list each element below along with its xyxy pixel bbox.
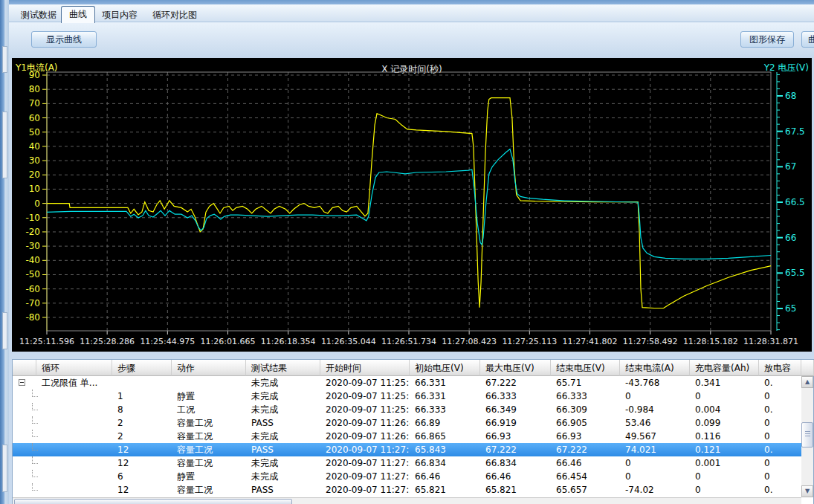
tab-cycle-compare[interactable]: 循环对比图	[145, 7, 204, 22]
table-row[interactable]: 2容量工况未完成2020-09-07 11:26:5366.86566.9366…	[13, 430, 801, 443]
scrollbar-thumb[interactable]	[801, 422, 813, 448]
column-header[interactable]: 充电容量(Ah)	[690, 360, 759, 376]
cell-cap_chg: 0	[690, 483, 759, 497]
vertical-scrollbar[interactable]: ▲ ▼	[801, 376, 813, 497]
cell-action: 容量工况	[172, 483, 246, 497]
tab-curve[interactable]: 曲线	[61, 6, 95, 23]
cell-result: PASS	[246, 483, 320, 497]
y1-tick-label: 10	[29, 184, 40, 194]
cell-start: 2020-09-07 11:27:11	[320, 443, 410, 456]
cell-v_max: 65.821	[480, 483, 551, 497]
cell-action: 静置	[172, 470, 246, 483]
cell-v_max: 66.46	[480, 470, 551, 483]
x-tick-label: 11:28:15.182	[683, 337, 738, 346]
chart-canvas: 11:25:11.59611:25:28.28611:25:44.97511:2…	[12, 58, 812, 352]
y1-tick-label: -80	[25, 312, 40, 323]
cell-result: 未完成	[246, 403, 320, 416]
header-tree-cell	[13, 360, 36, 376]
step-result-table: 循环步骤动作测试结果开始时间初始电压(V)最大电压(V)结束电压(V)结束电流(…	[12, 359, 814, 504]
cell-step: 8	[112, 403, 172, 416]
cell-cycle	[36, 390, 112, 403]
cell-i_end: 0	[620, 470, 690, 483]
cell-v_end: 66.454	[551, 470, 620, 483]
x-tick-label: 11:26:51.734	[381, 337, 436, 346]
table-row[interactable]: 1静置未完成2020-09-07 11:25:1166.33166.33366.…	[13, 390, 801, 403]
x-tick-label: 11:27:08.423	[442, 337, 497, 346]
cell-start: 2020-09-07 11:26:41	[320, 416, 410, 430]
cell-cap_dis: 0	[759, 456, 801, 470]
cell-action: 容量工况	[172, 456, 246, 470]
cell-v_end: 66.333	[551, 390, 620, 403]
cell-start: 2020-09-07 11:25:11	[320, 376, 410, 390]
cell-cycle	[36, 416, 112, 430]
cell-action: 容量工况	[172, 416, 246, 430]
scroll-up-button[interactable]: ▲	[801, 376, 813, 388]
x-tick-label: 11:25:44.975	[140, 337, 195, 346]
expand-collapse-icon[interactable]	[19, 379, 25, 386]
cell-cycle	[36, 443, 112, 456]
table-row[interactable]: 6静置未完成2020-09-07 11:27:5466.4666.4666.45…	[13, 470, 801, 483]
column-header[interactable]: 循环	[36, 360, 112, 376]
table-row[interactable]: 12容量工况未完成2020-09-07 11:27:2266.83466.834…	[13, 456, 801, 470]
column-header[interactable]: 初始电压(V)	[410, 360, 480, 376]
column-header[interactable]: 结束电流(A)	[620, 360, 690, 376]
show-curve-button[interactable]: 显示曲线	[31, 31, 97, 48]
column-header[interactable]: 结束电压(V)	[551, 360, 620, 376]
y1-tick-label: -20	[25, 227, 40, 237]
y1-tick-label: 80	[29, 84, 40, 94]
y2-tick-label: 68	[785, 91, 796, 101]
cell-v_max: 66.834	[480, 456, 551, 470]
clipped-curve-settings-button[interactable]: 曲	[801, 31, 814, 48]
table-row[interactable]: 12容量工况PASS2020-09-07 11:27:5665.82165.82…	[13, 483, 801, 497]
cell-v_end: 66.93	[551, 430, 620, 443]
background-window-edge	[0, 0, 9, 504]
cell-start: 2020-09-07 11:27:22	[320, 456, 410, 470]
save-graph-button[interactable]: 图形保存	[740, 31, 794, 48]
cell-result: 未完成	[246, 470, 320, 483]
table-row[interactable]: 2容量工况PASS2020-09-07 11:26:4166.8966.9196…	[13, 416, 801, 430]
scroll-down-button[interactable]: ▼	[801, 485, 813, 497]
table-row[interactable]: 12容量工况PASS2020-09-07 11:27:1165.84367.22…	[13, 443, 801, 456]
column-header[interactable]: 测试结果	[246, 360, 320, 376]
y1-tick-label: 60	[29, 113, 40, 123]
cell-step	[112, 376, 172, 390]
column-header[interactable]: 开始时间	[320, 360, 410, 376]
hscrollbar-thumb[interactable]	[14, 499, 292, 504]
cell-start: 2020-09-07 11:27:54	[320, 470, 410, 483]
y1-tick-label: -10	[25, 213, 40, 223]
cell-step: 12	[112, 483, 172, 497]
cell-v_end: 66.309	[551, 403, 620, 416]
cell-action: 容量工况	[172, 430, 246, 443]
column-header[interactable]: 动作	[172, 360, 246, 376]
cell-cap_chg: 0.341	[690, 376, 759, 390]
y1-tick-label: 0	[34, 198, 40, 209]
y1-tick-label: 20	[29, 169, 40, 180]
cell-i_end: 0	[620, 390, 690, 403]
column-header[interactable]: 步骤	[112, 360, 172, 376]
cell-v_end: 65.71	[551, 376, 620, 390]
cell-cycle	[36, 430, 112, 443]
cell-cap_dis: 0.	[759, 483, 801, 497]
x-tick-label: 11:27:58.492	[623, 337, 678, 346]
column-header[interactable]: 放电容	[759, 360, 801, 376]
tab-strip: 测试数据 曲线 项目内容 循环对比图	[9, 4, 814, 22]
plot-border	[47, 72, 771, 331]
tab-project-content[interactable]: 项目内容	[94, 7, 145, 22]
cell-v_init: 66.834	[410, 456, 480, 470]
y1-tick-label: 30	[29, 155, 40, 166]
table-row[interactable]: 8工况未完成2020-09-07 11:25:1566.33366.34966.…	[13, 403, 801, 416]
y2-tick-label: 67	[785, 161, 796, 172]
tab-test-data[interactable]: 测试数据	[13, 7, 64, 22]
background-fragment	[2, 445, 7, 492]
cell-action: 容量工况	[172, 443, 246, 456]
horizontal-scrollbar[interactable]	[13, 497, 801, 504]
cell-cap_chg: 0	[690, 390, 759, 403]
cell-v_max: 66.349	[480, 403, 551, 416]
cell-i_end: 0	[620, 456, 690, 470]
column-header[interactable]: 最大电压(V)	[480, 360, 551, 376]
table-row[interactable]: 工况限值 单...未完成2020-09-07 11:25:1166.33167.…	[13, 376, 801, 390]
x-tick-label: 11:27:41.802	[563, 337, 618, 346]
cell-v_init: 65.843	[410, 443, 480, 456]
cell-cycle	[36, 483, 112, 497]
cell-v_init: 65.821	[410, 483, 480, 497]
